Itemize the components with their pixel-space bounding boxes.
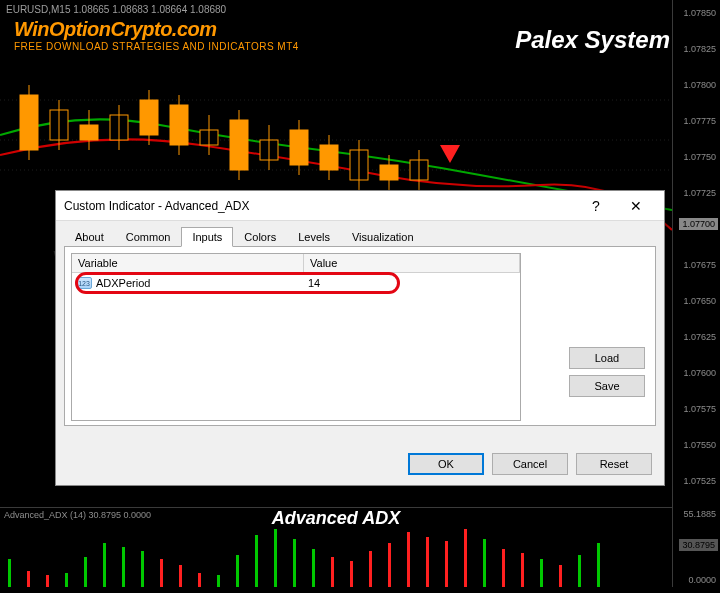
help-button[interactable]: ?	[576, 192, 616, 220]
dialog-titlebar[interactable]: Custom Indicator - Advanced_ADX ? ✕	[56, 191, 664, 221]
tab-about[interactable]: About	[64, 227, 115, 247]
indicator-bar	[312, 549, 315, 587]
tab-visualization[interactable]: Visualization	[341, 227, 425, 247]
indicator-axis: 55.1885 30.8795 0.0000	[672, 507, 720, 587]
indicator-bar	[578, 555, 581, 587]
indicator-bar	[426, 537, 429, 587]
tab-levels[interactable]: Levels	[287, 227, 341, 247]
indicator-settings-dialog: Custom Indicator - Advanced_ADX ? ✕ Abou…	[55, 190, 665, 486]
inputs-table[interactable]: Variable Value 123 ADXPeriod 14	[71, 253, 521, 421]
indicator-bar	[8, 559, 11, 587]
close-button[interactable]: ✕	[616, 192, 656, 220]
reset-button[interactable]: Reset	[576, 453, 652, 475]
indicator-bar	[464, 529, 467, 587]
dialog-tabs: About Common Inputs Colors Levels Visual…	[64, 227, 656, 247]
indicator-bar	[293, 539, 296, 587]
cancel-button[interactable]: Cancel	[492, 453, 568, 475]
indicator-bar	[179, 565, 182, 587]
indicator-bar	[483, 539, 486, 587]
tab-inputs[interactable]: Inputs	[181, 227, 233, 247]
indicator-bar	[84, 557, 87, 587]
col-variable[interactable]: Variable	[72, 254, 304, 272]
price-axis: 1.07850 1.07825 1.07800 1.07775 1.07750 …	[672, 0, 720, 507]
indicator-bar	[407, 532, 410, 587]
save-button[interactable]: Save	[569, 375, 645, 397]
indicator-bar	[122, 547, 125, 587]
indicator-bar	[236, 555, 239, 587]
indicator-bar	[521, 553, 524, 587]
indicator-bar	[141, 551, 144, 587]
tab-common[interactable]: Common	[115, 227, 182, 247]
indicator-bars	[0, 525, 672, 587]
load-button[interactable]: Load	[569, 347, 645, 369]
indicator-bar	[65, 573, 68, 587]
indicator-bar	[217, 575, 220, 587]
ok-button[interactable]: OK	[408, 453, 484, 475]
indicator-bar	[559, 565, 562, 587]
indicator-bar	[46, 575, 49, 587]
indicator-bar	[502, 549, 505, 587]
dialog-content: Variable Value 123 ADXPeriod 14 Load Sav…	[64, 246, 656, 426]
indicator-bar	[198, 573, 201, 587]
integer-type-icon: 123	[76, 277, 92, 289]
indicator-bar	[445, 541, 448, 587]
indicator-bar	[331, 557, 334, 587]
dialog-title: Custom Indicator - Advanced_ADX	[64, 199, 576, 213]
indicator-bar	[160, 559, 163, 587]
indicator-bar	[103, 543, 106, 587]
input-variable-value[interactable]: 14	[304, 277, 364, 289]
indicator-bar	[388, 543, 391, 587]
indicator-bar	[597, 543, 600, 587]
input-variable-name: ADXPeriod	[96, 277, 150, 289]
indicator-bar	[255, 535, 258, 587]
input-row-adxperiod[interactable]: 123 ADXPeriod 14	[72, 273, 520, 293]
indicator-bar	[274, 529, 277, 587]
col-value[interactable]: Value	[304, 254, 520, 272]
indicator-bar	[369, 551, 372, 587]
indicator-bar	[350, 561, 353, 587]
indicator-bar	[540, 559, 543, 587]
indicator-bar	[27, 571, 30, 587]
tab-colors[interactable]: Colors	[233, 227, 287, 247]
indicator-panel[interactable]: Advanced_ADX (14) 30.8795 0.0000 Advance…	[0, 507, 672, 587]
price-current-box: 1.07700	[679, 218, 718, 230]
